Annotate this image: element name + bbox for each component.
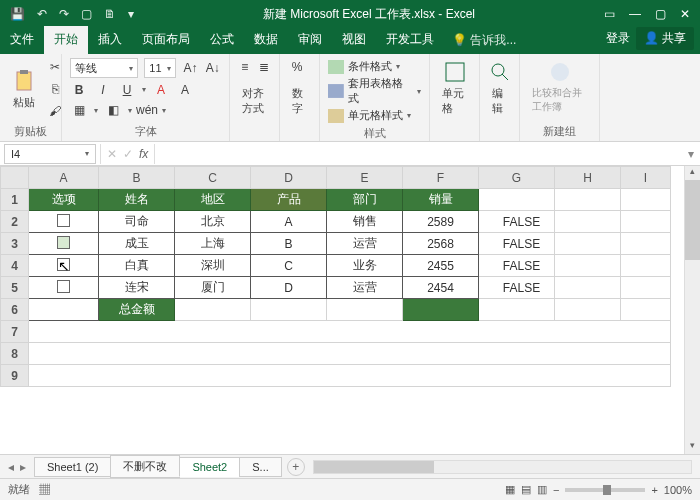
- cell[interactable]: 2568: [403, 233, 479, 255]
- col-header[interactable]: F: [403, 167, 479, 189]
- cell[interactable]: 连宋: [99, 277, 175, 299]
- sheet-tab[interactable]: S...: [239, 457, 282, 477]
- expand-formula-icon[interactable]: ▾: [682, 147, 700, 161]
- cell[interactable]: 产品: [251, 189, 327, 211]
- cell[interactable]: [555, 189, 621, 211]
- sheet-nav[interactable]: ◂▸: [0, 460, 34, 474]
- save-icon[interactable]: 💾: [10, 7, 25, 21]
- normal-view-icon[interactable]: ▦: [505, 483, 515, 496]
- cell[interactable]: FALSE: [479, 255, 555, 277]
- add-sheet-button[interactable]: +: [287, 458, 305, 476]
- cell[interactable]: [29, 299, 99, 321]
- compare-merge-button[interactable]: 比较和合并工作簿: [528, 58, 591, 116]
- confirm-formula-icon[interactable]: ✓: [123, 147, 133, 161]
- sheet-tab[interactable]: 不删不改: [110, 455, 180, 478]
- zoom-level[interactable]: 100%: [664, 484, 692, 496]
- zoom-thumb[interactable]: [603, 485, 611, 495]
- decrease-font-icon[interactable]: A↓: [205, 59, 221, 77]
- row-header[interactable]: 1: [1, 189, 29, 211]
- redo-icon[interactable]: ↷: [59, 7, 69, 21]
- conditional-format-button[interactable]: 条件格式▾: [328, 58, 421, 75]
- cell[interactable]: [555, 277, 621, 299]
- tab-home[interactable]: 开始: [44, 26, 88, 54]
- col-header[interactable]: B: [99, 167, 175, 189]
- tab-formulas[interactable]: 公式: [200, 26, 244, 54]
- cell[interactable]: 厦门: [175, 277, 251, 299]
- cell[interactable]: 销量: [403, 189, 479, 211]
- cell[interactable]: A: [251, 211, 327, 233]
- paste-button[interactable]: 粘贴: [8, 67, 40, 112]
- cell[interactable]: [29, 211, 99, 233]
- align-icon[interactable]: ≡: [238, 58, 252, 76]
- row-header[interactable]: 4: [1, 255, 29, 277]
- col-header[interactable]: I: [621, 167, 671, 189]
- qat-more-icon[interactable]: ▾: [128, 7, 134, 21]
- maximize-icon[interactable]: ▢: [655, 7, 666, 21]
- print-preview-icon[interactable]: 🗎: [104, 7, 116, 21]
- page-layout-icon[interactable]: ▤: [521, 483, 531, 496]
- checkbox[interactable]: [57, 214, 70, 227]
- sheet-tab[interactable]: Sheet2: [179, 457, 240, 477]
- font-color-a-icon[interactable]: A: [152, 81, 170, 99]
- cell[interactable]: 地区: [175, 189, 251, 211]
- vertical-scrollbar[interactable]: ▴ ▾: [684, 166, 700, 454]
- cell[interactable]: 司命: [99, 211, 175, 233]
- cell[interactable]: [29, 255, 99, 277]
- cell[interactable]: [479, 299, 555, 321]
- login-link[interactable]: 登录: [606, 30, 630, 47]
- cell[interactable]: 2589: [403, 211, 479, 233]
- cell[interactable]: [403, 299, 479, 321]
- cell[interactable]: [29, 365, 671, 387]
- close-icon[interactable]: ✕: [680, 7, 690, 21]
- cell[interactable]: [621, 211, 671, 233]
- tab-review[interactable]: 审阅: [288, 26, 332, 54]
- border-icon[interactable]: ▦: [70, 101, 88, 119]
- cell[interactable]: [621, 277, 671, 299]
- cell[interactable]: C: [251, 255, 327, 277]
- col-header[interactable]: H: [555, 167, 621, 189]
- cell[interactable]: [555, 233, 621, 255]
- editing-button[interactable]: 编辑: [488, 58, 511, 118]
- row-header[interactable]: 7: [1, 321, 29, 343]
- scroll-up-icon[interactable]: ▴: [685, 166, 700, 180]
- cell[interactable]: 成玉: [99, 233, 175, 255]
- cell[interactable]: [479, 189, 555, 211]
- cell[interactable]: 运营: [327, 233, 403, 255]
- tab-file[interactable]: 文件: [0, 26, 44, 54]
- cell[interactable]: 2454: [403, 277, 479, 299]
- sheet-tab[interactable]: Sheet1 (2): [34, 457, 111, 477]
- cell[interactable]: 深圳: [175, 255, 251, 277]
- zoom-in-button[interactable]: +: [651, 484, 657, 496]
- tell-me[interactable]: 💡 告诉我...: [444, 27, 524, 54]
- scrollbar-thumb[interactable]: [685, 180, 700, 260]
- align2-icon[interactable]: ≣: [258, 58, 272, 76]
- col-header[interactable]: C: [175, 167, 251, 189]
- row-header[interactable]: 2: [1, 211, 29, 233]
- tab-view[interactable]: 视图: [332, 26, 376, 54]
- macro-record-icon[interactable]: ▦: [39, 483, 50, 495]
- cell[interactable]: D: [251, 277, 327, 299]
- bold-button[interactable]: B: [70, 81, 88, 99]
- fx-icon[interactable]: fx: [139, 147, 148, 161]
- cell[interactable]: [621, 233, 671, 255]
- zoom-out-button[interactable]: −: [553, 484, 559, 496]
- cell[interactable]: [621, 189, 671, 211]
- cells-button[interactable]: 单元格: [438, 58, 471, 118]
- cell[interactable]: [555, 211, 621, 233]
- alignment-button[interactable]: 对齐方式: [238, 84, 271, 118]
- fill-color-icon[interactable]: ◧: [104, 101, 122, 119]
- cell[interactable]: FALSE: [479, 211, 555, 233]
- font-color-b-icon[interactable]: A: [176, 81, 194, 99]
- new-file-icon[interactable]: ▢: [81, 7, 92, 21]
- tab-data[interactable]: 数据: [244, 26, 288, 54]
- name-box[interactable]: I4▾: [4, 144, 96, 164]
- cell[interactable]: [621, 255, 671, 277]
- minimize-icon[interactable]: —: [629, 7, 641, 21]
- cell[interactable]: FALSE: [479, 277, 555, 299]
- horizontal-scrollbar[interactable]: [313, 460, 692, 474]
- undo-icon[interactable]: ↶: [37, 7, 47, 21]
- cell[interactable]: [29, 233, 99, 255]
- col-header[interactable]: E: [327, 167, 403, 189]
- cell-styles-button[interactable]: 单元格样式▾: [328, 107, 421, 124]
- select-all-corner[interactable]: [1, 167, 29, 189]
